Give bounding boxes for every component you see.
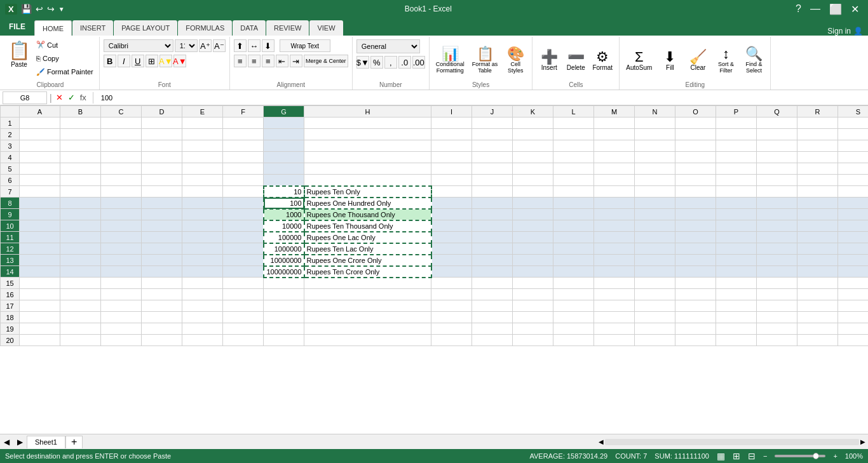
sheet-table-wrapper[interactable]: A B C D E F G H I J K L M N O P Q: [0, 105, 868, 434]
accounting-button[interactable]: $▼: [356, 56, 369, 69]
fill-color-button[interactable]: A▼: [159, 55, 172, 67]
col-header-n[interactable]: N: [635, 106, 675, 117]
merge-center-button[interactable]: Merge & Center: [304, 55, 348, 67]
delete-button[interactable]: ➖ Delete: [563, 49, 588, 72]
align-right-button[interactable]: ≡: [262, 55, 275, 67]
col-header-r[interactable]: R: [797, 106, 838, 117]
decrease-indent-button[interactable]: ⇤: [276, 55, 288, 67]
paste-button[interactable]: 📋 Paste: [5, 37, 33, 71]
quick-access-save[interactable]: 💾: [21, 4, 32, 14]
find-select-button[interactable]: 🔍 Find &Select: [741, 46, 766, 75]
horizontal-scroll-right[interactable]: ▶: [860, 438, 865, 445]
format-painter-button[interactable]: 🖌️ Format Painter: [34, 67, 95, 77]
align-middle-button[interactable]: ↔: [248, 39, 261, 52]
cell-h10[interactable]: Rupees Ten Thousand Only: [304, 220, 431, 232]
underline-button[interactable]: U: [132, 55, 144, 67]
col-header-p[interactable]: P: [716, 106, 757, 117]
insert-function-icon[interactable]: fx: [79, 93, 88, 102]
add-sheet-button[interactable]: +: [65, 436, 83, 448]
tab-home[interactable]: HOME: [34, 20, 72, 36]
number-format-select[interactable]: General: [356, 39, 420, 53]
cell-g14[interactable]: 100000000: [264, 266, 304, 278]
cell-a1[interactable]: [20, 117, 60, 129]
italic-button[interactable]: I: [118, 55, 130, 67]
zoom-in-icon[interactable]: +: [833, 452, 837, 460]
undo-icon[interactable]: ↩: [36, 4, 43, 14]
cell-h9[interactable]: Rupees One Thousand Only: [304, 209, 431, 220]
increase-font-button[interactable]: A⁺: [199, 39, 212, 52]
help-icon[interactable]: ?: [792, 3, 805, 15]
cell-g11[interactable]: 100000: [264, 232, 304, 243]
border-button[interactable]: ⊞: [146, 55, 158, 67]
cell-g8[interactable]: 100: [264, 198, 304, 209]
tab-page-layout[interactable]: PAGE LAYOUT: [114, 20, 177, 36]
cell-g10[interactable]: 10000: [264, 220, 304, 232]
cancel-formula-icon[interactable]: ✕: [55, 93, 64, 102]
align-left-button[interactable]: ≡: [234, 55, 247, 67]
sign-in-label[interactable]: Sign in: [827, 27, 851, 36]
cell-h12[interactable]: Rupees Ten Lac Only: [304, 243, 431, 255]
col-header-e[interactable]: E: [182, 106, 223, 117]
font-size-select[interactable]: 11: [175, 39, 198, 52]
col-header-o[interactable]: O: [675, 106, 716, 117]
sheet-tab-sheet1[interactable]: Sheet1: [27, 436, 65, 448]
horizontal-scrollbar[interactable]: [605, 439, 859, 445]
col-header-i[interactable]: I: [431, 106, 472, 117]
comma-button[interactable]: ,: [384, 56, 397, 69]
col-header-d[interactable]: D: [142, 106, 182, 117]
tab-file[interactable]: FILE: [0, 18, 34, 36]
cell-h7[interactable]: Rupees Ten Only: [304, 186, 431, 198]
scroll-left-icon[interactable]: ◀: [0, 438, 13, 446]
customize-qat-icon[interactable]: ▼: [58, 6, 65, 13]
bold-button[interactable]: B: [104, 55, 116, 67]
zoom-slider[interactable]: [775, 455, 825, 457]
sort-filter-button[interactable]: ↕ Sort &Filter: [713, 46, 738, 75]
insert-button[interactable]: ➕ Insert: [536, 49, 562, 72]
formula-input[interactable]: [98, 91, 865, 104]
align-center-button[interactable]: ≡: [248, 55, 261, 67]
cell-reference-box[interactable]: [3, 91, 47, 104]
tab-review[interactable]: REVIEW: [266, 20, 309, 36]
decrease-font-button[interactable]: A⁻: [213, 39, 226, 52]
view-pagebreak-icon[interactable]: ⊟: [748, 451, 756, 461]
format-as-table-button[interactable]: 📋 Format asTable: [470, 46, 501, 75]
cell-g7[interactable]: 10: [264, 186, 304, 198]
clear-button[interactable]: 🧹 Clear: [685, 49, 710, 72]
percent-button[interactable]: %: [370, 56, 383, 69]
autosum-button[interactable]: Σ AutoSum: [623, 49, 654, 72]
confirm-formula-icon[interactable]: ✓: [67, 93, 76, 102]
font-color-button[interactable]: A▼: [173, 55, 186, 67]
align-top-button[interactable]: ⬆: [234, 39, 247, 52]
col-header-a[interactable]: A: [20, 106, 60, 117]
cell-g12[interactable]: 1000000: [264, 243, 304, 255]
sign-in-area[interactable]: Sign in 👤: [827, 27, 868, 36]
col-header-f[interactable]: F: [223, 106, 264, 117]
cell-h14[interactable]: Rupees Ten Crore Only: [304, 266, 431, 278]
increase-indent-button[interactable]: ⇥: [290, 55, 302, 67]
cell-h13[interactable]: Rupees One Crore Only: [304, 255, 431, 266]
cell-h11[interactable]: Rupees One Lac Only: [304, 232, 431, 243]
conditional-formatting-button[interactable]: 📊 ConditionalFormatting: [433, 46, 467, 75]
cell-g13[interactable]: 10000000: [264, 255, 304, 266]
col-header-q[interactable]: Q: [757, 106, 797, 117]
cell-h8[interactable]: Rupees One Hundred Only: [304, 198, 431, 209]
cell-styles-button[interactable]: 🎨 CellStyles: [503, 46, 528, 75]
tab-insert[interactable]: INSERT: [72, 20, 113, 36]
increase-decimal-button[interactable]: .00: [412, 56, 425, 69]
decrease-decimal-button[interactable]: .0: [398, 56, 411, 69]
copy-button[interactable]: ⎘ Copy: [34, 54, 95, 63]
col-header-h[interactable]: H: [304, 106, 431, 117]
cell-g1[interactable]: [264, 117, 304, 129]
view-normal-icon[interactable]: ▦: [717, 451, 725, 461]
col-header-c[interactable]: C: [101, 106, 142, 117]
col-header-l[interactable]: L: [553, 106, 594, 117]
fill-button[interactable]: ⬇ Fill: [657, 49, 682, 72]
close-icon[interactable]: ✕: [847, 3, 863, 15]
col-header-g[interactable]: G: [264, 106, 304, 117]
col-header-j[interactable]: J: [472, 106, 513, 117]
cell-g9[interactable]: 1000: [264, 209, 304, 220]
minimize-icon[interactable]: —: [806, 3, 824, 15]
col-header-k[interactable]: K: [513, 106, 553, 117]
align-bottom-button[interactable]: ⬇: [262, 39, 275, 52]
col-header-b[interactable]: B: [60, 106, 101, 117]
